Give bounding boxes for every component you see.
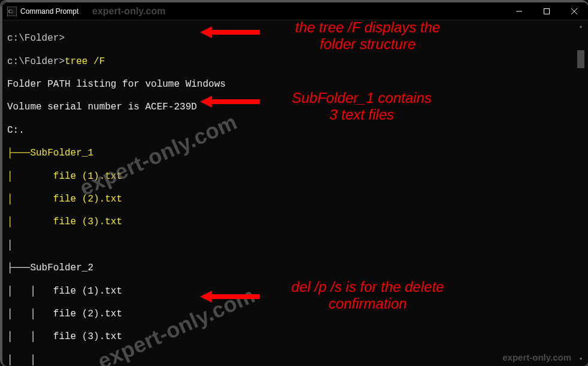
cmd-tree: tree /F	[65, 56, 105, 67]
tree-file-highlight: │ file (3).txt	[7, 216, 583, 228]
scroll-up-icon[interactable]: ▴	[576, 22, 586, 31]
window-controls	[505, 2, 588, 20]
tree-line: │	[7, 240, 583, 251]
close-button[interactable]	[560, 2, 588, 20]
scroll-down-icon[interactable]: ▾	[576, 354, 586, 364]
scroll-thumb[interactable]	[577, 50, 584, 68]
tree-file: │ │ file (2).txt	[7, 309, 583, 320]
tree-line: │ │	[7, 355, 583, 366]
maximize-button[interactable]	[533, 2, 560, 20]
tree-file-highlight: │ file (1).txt	[7, 171, 583, 182]
scrollbar[interactable]: ▴ ▾	[576, 22, 586, 364]
tree-folder-highlight: ├───SubFolder_1	[7, 148, 583, 159]
titlebar[interactable]: C: Command Prompt	[2, 2, 588, 20]
prompt: c:\Folder>	[7, 56, 65, 67]
tree-file: │ │ file (1).txt	[7, 286, 583, 297]
tree-file-highlight: │ file (2).txt	[7, 194, 583, 205]
svg-rect-3	[544, 8, 550, 14]
prompt-line: c:\Folder>	[7, 33, 583, 44]
tree-folder: ├───SubFolder_2	[7, 263, 583, 274]
cmd-icon: C:	[7, 7, 17, 16]
minimize-button[interactable]	[505, 2, 533, 20]
output-line: Volume serial number is ACEF-239D	[7, 102, 583, 113]
terminal-area[interactable]: c:\Folder> c:\Folder>tree /F Folder PATH…	[2, 20, 588, 366]
output-line: Folder PATH listing for volume Windows	[7, 79, 583, 90]
output-line: C:.	[7, 125, 583, 136]
svg-text:C:: C:	[8, 8, 14, 14]
cmd-line-tree: c:\Folder>tree /F	[7, 56, 583, 68]
tree-file: │ │ file (3).txt	[7, 331, 583, 343]
window-title: Command Prompt	[20, 7, 78, 16]
scroll-track[interactable]	[576, 31, 586, 354]
